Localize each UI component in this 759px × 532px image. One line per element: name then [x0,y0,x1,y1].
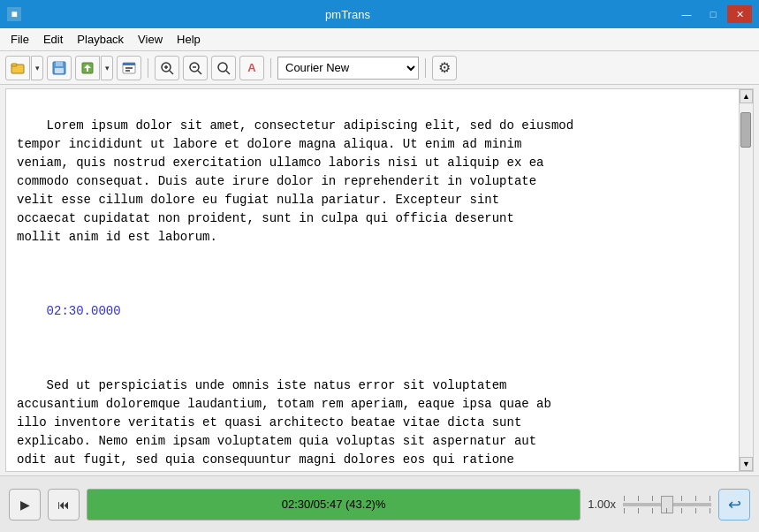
open-button-group: ▾ [5,56,43,80]
settings-button[interactable]: ⚙ [432,56,457,80]
svg-rect-4 [55,68,64,73]
svg-point-18 [218,63,227,72]
speed-slider-container [623,496,711,513]
tick-b6 [695,508,696,513]
tick-b2 [638,508,639,513]
speed-label: 1.00x [588,498,616,511]
minimize-button[interactable]: — [674,5,699,23]
svg-rect-3 [56,62,63,66]
scroll-thumb[interactable] [740,112,751,148]
main-content: Lorem ipsum dolor sit amet, consectetur … [5,88,754,472]
rewind-icon: ⏮ [57,498,70,512]
separator-2 [270,58,271,78]
loop-icon: ↩ [728,495,741,514]
zoom-in-button[interactable] [155,56,179,80]
menu-bar: File Edit Playback View Help [0,28,759,51]
svg-line-16 [198,71,201,74]
menu-playback[interactable]: Playback [70,30,131,49]
export-button-group: ▾ [75,56,113,80]
insert-button[interactable] [117,56,141,80]
separator-3 [425,58,426,78]
svg-line-12 [170,71,173,74]
toolbar: ▾ ▾ [0,51,759,85]
paragraph-1: Lorem ipsum dolor sit amet, consectetur … [17,118,573,244]
text-area[interactable]: Lorem ipsum dolor sit amet, consectetur … [6,89,739,471]
scroll-down-arrow[interactable]: ▼ [740,457,753,471]
tick-b4 [666,508,667,513]
open-button[interactable] [5,56,30,80]
export-dropdown-arrow[interactable]: ▾ [101,56,113,80]
tick-b3 [652,508,653,513]
play-button[interactable]: ▶ [9,489,41,521]
loop-button[interactable]: ↩ [718,489,750,521]
title-bar: ■ pmTrans — □ ✕ [0,0,759,28]
menu-help[interactable]: Help [170,30,208,49]
scroll-up-arrow[interactable]: ▲ [740,89,753,103]
tick-b7 [710,508,710,513]
progress-bar[interactable]: 02:30/05:47 (43.2)% [87,489,581,521]
tick-b5 [681,508,682,513]
svg-rect-8 [123,63,135,65]
open-dropdown-arrow[interactable]: ▾ [31,56,43,80]
timestamp: 02:30.0000 [47,304,121,318]
paragraph-2: Sed ut perspiciatis unde omnis iste natu… [17,378,551,467]
player-bar: ▶ ⏮ 02:30/05:47 (43.2)% 1.00x [0,475,759,532]
progress-text: 02:30/05:47 (43.2)% [282,498,386,511]
svg-rect-1 [11,64,17,66]
play-icon: ▶ [20,498,30,512]
rewind-button[interactable]: ⏮ [48,489,80,521]
font-dropdown[interactable]: Courier New Arial Times New Roman Verdan… [277,57,419,80]
speed-slider[interactable] [623,503,711,506]
app-icon: ■ [7,7,21,21]
menu-edit[interactable]: Edit [36,30,70,49]
maximize-button[interactable]: □ [701,5,725,23]
menu-file[interactable]: File [4,30,36,49]
window-controls: — □ ✕ [674,5,752,23]
slider-ticks-bottom [623,508,711,513]
font-button[interactable]: A [239,56,264,80]
window-title: pmTrans [21,8,674,21]
zoom-out-button[interactable] [183,56,208,80]
font-select[interactable]: Courier New Arial Times New Roman Verdan… [277,57,419,80]
scroll-track[interactable] [740,103,753,457]
progress-fill [87,490,300,520]
close-button[interactable]: ✕ [727,5,752,23]
export-button[interactable] [75,56,100,80]
save-button[interactable] [47,56,72,80]
separator-1 [148,58,148,78]
svg-line-19 [226,71,230,74]
find-button[interactable] [211,56,236,80]
tick-b1 [624,508,625,513]
scrollbar[interactable]: ▲ ▼ [739,89,753,471]
menu-view[interactable]: View [131,30,170,49]
